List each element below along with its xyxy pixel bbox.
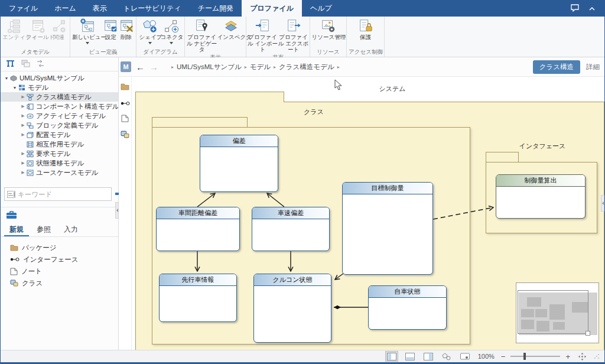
class-node-speed-deviation[interactable]: 車速偏差 (252, 207, 330, 251)
menu-tab-traceability[interactable]: トレーサビリティ (115, 0, 190, 17)
panel-collapse-handle-left[interactable] (115, 202, 119, 219)
menu-tab-help[interactable]: ヘルプ (302, 0, 340, 17)
menu-tab-home[interactable]: ホーム (46, 0, 84, 17)
tree-expander-icon[interactable]: ▼ (4, 76, 9, 80)
tree-item-state-transition-model[interactable]: ▶ 状態遷移モデル (1, 158, 118, 168)
diagram-canvas[interactable]: システム クラス インタフェース (132, 77, 604, 350)
tree-item-model[interactable]: ▼ モデル (1, 83, 118, 92)
package-tab-system[interactable] (135, 92, 284, 102)
layout-right-panel-toggle[interactable] (422, 351, 435, 362)
zoom-out-button[interactable]: − (501, 352, 506, 361)
stamp-interface-icon[interactable] (121, 98, 130, 109)
palette-tab-new[interactable]: 新規 (4, 223, 29, 236)
palette-item-note[interactable]: ノート (3, 265, 116, 277)
forward-button[interactable]: → (149, 62, 158, 72)
trace-tree-icon[interactable] (36, 60, 45, 69)
shape-button[interactable]: シェイプ (139, 17, 161, 44)
menu-tab-file[interactable]: ファイル (1, 0, 46, 17)
inspector-button[interactable]: インスペクタ (217, 17, 245, 41)
palette-item-interface[interactable]: インターフェース (3, 254, 116, 265)
breadcrumb-segment[interactable]: UML/SysMLサンプル (177, 63, 242, 72)
class-node-deviation[interactable]: 偏差 (200, 135, 278, 192)
tree-expander-icon[interactable]: ▶ (20, 151, 26, 156)
tree-expander-icon[interactable]: ▶ (20, 161, 26, 165)
palette-tab-input[interactable]: 入力 (58, 223, 83, 236)
ribbon-group-share: プロファイル インポート プロファイル エクスポート 共有 (246, 17, 310, 57)
shape-icon (142, 18, 158, 34)
keyword-search-input[interactable] (18, 191, 109, 198)
collapse-ribbon-chevron-up-icon[interactable] (589, 4, 595, 12)
project-icon (10, 75, 17, 82)
protect-button[interactable]: 保護 (355, 17, 376, 41)
interface-node-control-calculation[interactable]: 制御量算出 (496, 174, 586, 219)
tree-item-class-structure-model[interactable]: ▶ クラス構造モデル (1, 92, 118, 102)
breadcrumb-segment[interactable]: クラス構造モデル (279, 63, 334, 72)
palette-item-class[interactable]: クラス (3, 277, 116, 289)
tree-expander-icon[interactable]: ▶ (20, 123, 26, 128)
zoom-in-button[interactable]: + (565, 352, 570, 361)
class-node-lead-vehicle-info[interactable]: 先行車情報 (159, 274, 237, 322)
class-node-own-vehicle-state[interactable]: 自車状態 (368, 285, 447, 330)
tree-expander-icon[interactable]: ▶ (20, 170, 26, 175)
tree-expander-icon[interactable]: ▶ (20, 104, 26, 109)
tree-expander-icon[interactable]: ▶ (20, 132, 26, 137)
class-node-cruise-state[interactable]: クルコン状態 (253, 274, 331, 343)
resize-grip[interactable] (594, 351, 600, 362)
menu-tab-team[interactable]: チーム開発 (190, 0, 242, 17)
tree-expander-icon[interactable]: ▶ (20, 95, 26, 99)
stamp-class-icon[interactable] (121, 130, 129, 141)
new-view-button[interactable]: 新しいビュー (72, 17, 103, 44)
layout-bottom-panel-toggle[interactable] (404, 351, 417, 362)
relation-button[interactable]: 関連 (50, 17, 68, 41)
minimap-viewport[interactable] (518, 290, 588, 334)
feedback-comment-icon[interactable] (570, 4, 580, 14)
back-button[interactable]: ← (136, 62, 145, 72)
menu-tab-profile[interactable]: プロファイル (242, 0, 302, 17)
tree-expander-icon[interactable]: ▼ (12, 86, 18, 90)
tree-item-component-structure-model[interactable]: ▶ コンポーネント構造モデル (1, 102, 118, 111)
stamp-package-icon[interactable] (121, 82, 129, 93)
view-settings-button[interactable]: 設定 (103, 17, 119, 41)
view-tree-icon[interactable] (21, 60, 30, 69)
user-avatar[interactable]: M (121, 61, 131, 72)
breadcrumb-segment[interactable]: モデル (250, 63, 271, 72)
profile-navigator-button[interactable]: プロファイル ナビゲータ (187, 17, 217, 53)
zoom-slider[interactable] (510, 356, 560, 357)
tree-item-project[interactable]: ▼ UML/SysMLサンプル (1, 73, 118, 83)
delete-view-button[interactable]: 削除 (119, 17, 135, 41)
class-node-gap-deviation[interactable]: 車間距離偏差 (156, 207, 240, 251)
entity-button[interactable]: エンティティ (2, 17, 26, 41)
stamp-note-icon[interactable] (121, 114, 129, 125)
profile-export-button[interactable]: プロファイル エクスポート (278, 17, 309, 53)
tree-item-usecase-model[interactable]: ▶ ユースケースモデル (1, 168, 118, 177)
model-icon (18, 84, 25, 91)
resource-management-button[interactable]: リソース管理 (312, 17, 345, 41)
presentation-monitor-icon[interactable] (458, 351, 471, 362)
minimap-panel[interactable] (516, 282, 599, 343)
menu-tab-view[interactable]: 表示 (84, 0, 115, 17)
shapes-view-icon[interactable] (440, 351, 453, 362)
pan-tool-icon[interactable] (575, 351, 588, 362)
tree-expander-icon[interactable]: ▶ (20, 113, 26, 118)
layout-left-panel-toggle[interactable] (385, 351, 398, 362)
connector-button[interactable]: コネクタ (161, 17, 182, 44)
tree-item-activity-model[interactable]: ▶ アクティビティモデル (1, 111, 118, 121)
palette-item-package[interactable]: パッケージ (3, 242, 116, 254)
model-tree-icon[interactable] (5, 60, 15, 69)
stamp-toolbar (119, 77, 132, 350)
panel-collapse-handle-right[interactable] (601, 195, 604, 212)
view-button-detail[interactable]: 詳細 (586, 63, 600, 72)
tree-item-block-definition-model[interactable]: ▶ ブロック定義モデル (1, 121, 118, 130)
package-tab-interface[interactable] (486, 152, 519, 162)
field-button[interactable]: フィールド (26, 17, 50, 41)
profile-import-button[interactable]: プロファイル インポート (248, 17, 278, 53)
tree-item-interaction-model[interactable]: 相互作用モデル (1, 139, 118, 149)
tree-item-requirement-model[interactable]: ▶ 要求モデル (1, 149, 118, 158)
package-tab-class[interactable] (152, 117, 248, 128)
class-node-target-control[interactable]: 目標制御量 (342, 182, 433, 275)
tree-item-deployment-model[interactable]: ▶ 配置モデル (1, 130, 118, 139)
minimap-resize-handle[interactable] (586, 331, 590, 336)
zoom-slider-handle[interactable] (523, 353, 526, 360)
palette-tab-reference[interactable]: 参照 (31, 223, 56, 236)
view-button-class-structure[interactable]: クラス構造 (533, 60, 580, 74)
